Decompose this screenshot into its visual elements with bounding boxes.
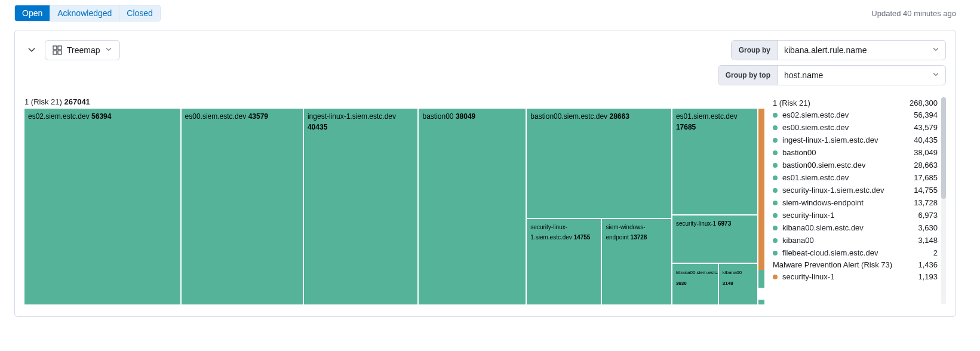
legend-item-label: security-linux-1 [782,211,834,220]
updated-label: Updated 40 minutes ago [871,9,956,18]
svg-rect-2 [53,51,57,54]
group-by-select[interactable]: Group by kibana.alert.rule.name [731,40,946,60]
treemap-cell[interactable]: security-linux-1 6973 [672,215,757,263]
legend-item-value: 38,049 [914,148,938,157]
view-type-label: Treemap [67,45,100,55]
legend-item-value: 2 [933,248,938,257]
legend-item[interactable]: siem-windows-endpoint13,728 [773,196,938,209]
legend-scrollbar-thumb[interactable] [941,97,946,199]
treemap-panel: Treemap Group by kibana.alert.rule.name … [14,30,956,317]
legend-color-dot [773,125,778,130]
legend-item-label: siem-windows-endpoint [782,198,864,207]
view-type-select[interactable]: Treemap [45,40,120,60]
legend-item-label: kibana00 [782,236,814,245]
chevron-down-icon [932,46,939,55]
legend-item[interactable]: kibana003,148 [773,234,938,247]
legend-item-value: 13,728 [914,198,938,207]
legend-item[interactable]: bastion0038,049 [773,146,938,159]
legend-item[interactable]: security-linux-16,973 [773,209,938,221]
legend: 1 (Risk 21) 268,300 es02.siem.estc.dev56… [773,97,946,304]
treemap-cell[interactable]: kibana00.siem.estc.dev 3630 [672,264,718,304]
legend-color-dot [773,251,778,255]
legend-item-value: 3,630 [918,223,938,232]
collapse-toggle[interactable] [24,43,39,57]
svg-rect-3 [58,51,62,54]
treemap-title: 1 (Risk 21) 267041 [24,97,764,106]
tab-acknowledged[interactable]: Acknowledged [50,5,119,21]
treemap-cell[interactable]: es01.siem.estc.dev 17685 [672,109,757,214]
legend-item[interactable]: es01.siem.estc.dev17,685 [773,171,938,184]
legend-color-dot [773,163,778,168]
legend-item-value: 56,394 [914,110,938,119]
legend-item-label: kibana00.siem.estc.dev [782,223,864,232]
legend-item[interactable]: security-linux-11,193 [773,270,938,283]
legend-color-dot [773,238,778,243]
legend-item[interactable]: ingest-linux-1.siem.estc.dev40,435 [773,134,938,146]
legend-item-label: es01.siem.estc.dev [782,173,849,182]
group-by-value: kibana.alert.rule.name [784,45,867,55]
legend-item-label: bastion00 [782,148,816,157]
tab-closed[interactable]: Closed [119,5,160,21]
treemap-cell[interactable]: bastion00.siem.estc.dev 28663 [527,109,671,218]
legend-item[interactable]: bastion00.siem.estc.dev28,663 [773,159,938,171]
legend-color-dot [773,213,778,218]
legend-color-dot [773,201,778,205]
treemap-cell-malware[interactable] [758,109,764,270]
treemap-cell[interactable]: es02.siem.estc.dev 56394 [24,109,180,304]
group-by-top-select[interactable]: Group by top host.name [718,65,946,85]
legend-item[interactable]: filebeat-cloud.siem.estc.dev2 [773,247,938,259]
svg-rect-1 [58,46,62,50]
treemap-cell[interactable]: bastion00 38049 [419,109,526,304]
treemap-cell[interactable]: kibana00 3148 [719,264,757,304]
legend-item-value: 17,685 [914,173,938,182]
legend-color-dot [773,275,778,279]
legend-item-label: bastion00.siem.estc.dev [782,161,865,170]
legend-color-dot [773,113,778,118]
legend-color-dot [773,188,778,193]
legend-color-dot [773,176,778,180]
legend-item-value: 6,973 [918,211,938,220]
chevron-down-icon [932,71,939,80]
legend-item-label: es02.siem.estc.dev [782,110,849,119]
treemap-icon [53,45,62,55]
svg-rect-0 [53,46,57,50]
group-by-label: Group by [732,41,778,60]
legend-item-value: 40,435 [914,136,938,144]
legend-scrollbar[interactable] [941,97,946,304]
legend-item[interactable]: es00.siem.estc.dev43,579 [773,121,938,134]
legend-group-header[interactable]: Malware Prevention Alert (Risk 73) 1,436 [773,259,938,270]
chevron-down-icon [27,45,36,55]
legend-item-label: security-linux-1 [782,272,834,281]
treemap-cell[interactable]: siem-windows-endpoint 13728 [602,219,671,304]
treemap-cell[interactable]: es00.siem.estc.dev 43579 [182,109,303,304]
chevron-down-icon [105,46,112,55]
legend-item[interactable]: es02.siem.estc.dev56,394 [773,109,938,121]
legend-item-label: filebeat-cloud.siem.estc.dev [782,248,878,257]
tab-open[interactable]: Open [15,5,50,21]
legend-item-value: 28,663 [914,161,938,170]
treemap-cell[interactable] [758,300,764,304]
legend-item-label: security-linux-1.siem.estc.dev [782,186,884,195]
legend-item-label: ingest-linux-1.siem.estc.dev [782,136,878,144]
legend-item-value: 3,148 [918,236,938,245]
treemap-cell[interactable]: security-linux-1.siem.estc.dev 14755 [527,219,601,304]
legend-item-value: 14,755 [914,186,938,195]
treemap-chart[interactable]: es02.siem.estc.dev 56394 es00.siem.estc.… [24,109,764,304]
legend-group-header[interactable]: 1 (Risk 21) 268,300 [773,97,938,109]
group-by-top-value: host.name [784,70,823,80]
treemap-cell[interactable] [758,270,764,288]
legend-item[interactable]: security-linux-1.siem.estc.dev14,755 [773,184,938,196]
legend-color-dot [773,138,778,143]
legend-item-value: 43,579 [914,123,938,132]
group-by-top-label: Group by top [718,66,778,85]
treemap-cell[interactable]: ingest-linux-1.siem.estc.dev 40435 [304,109,418,304]
legend-item-value: 1,193 [918,272,938,281]
legend-color-dot [773,226,778,230]
legend-item-label: es00.siem.estc.dev [782,123,849,132]
status-tabs: Open Acknowledged Closed [14,5,161,21]
legend-color-dot [773,150,778,155]
legend-item[interactable]: kibana00.siem.estc.dev3,630 [773,221,938,234]
